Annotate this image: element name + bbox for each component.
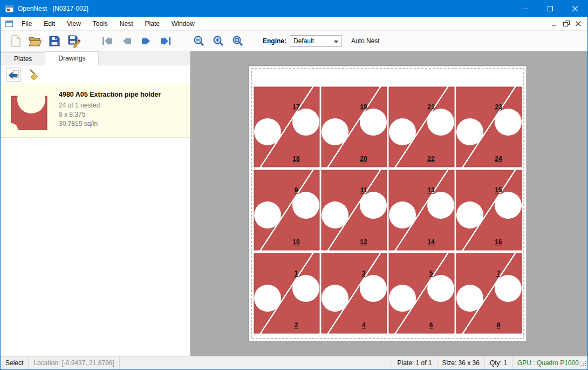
- resize-grip[interactable]: [580, 360, 586, 368]
- menu-edit[interactable]: Edit: [38, 17, 61, 30]
- status-plate: Plate: 1 of 1: [392, 356, 436, 369]
- zoom-out-icon[interactable]: [189, 32, 209, 50]
- main-area: Plates Drawings: [1, 51, 587, 356]
- pipe-hole-cutout: [322, 285, 348, 312]
- status-qty: Qty: 1: [484, 356, 512, 369]
- part-number-label[interactable]: 8: [497, 321, 501, 329]
- part-number-label[interactable]: 7: [497, 270, 501, 277]
- menu-file[interactable]: File: [16, 17, 38, 30]
- open-folder-icon[interactable]: [25, 32, 45, 50]
- close-icon[interactable]: [563, 1, 587, 17]
- part-number-label[interactable]: 1: [295, 270, 298, 277]
- part-number-label[interactable]: 14: [427, 238, 435, 246]
- part-number-label[interactable]: 20: [360, 155, 367, 163]
- first-plate-icon[interactable]: [98, 32, 117, 50]
- child-close-icon[interactable]: [572, 17, 584, 30]
- nest-svg: 171819202122232491011121314151612345678: [190, 51, 587, 356]
- drawing-meta: 4980 A05 Extraction pipe holder 24 of 1 …: [59, 89, 161, 132]
- tab-drawings[interactable]: Drawings: [45, 51, 99, 65]
- pipe-hole-cutout: [495, 109, 522, 136]
- part-number-label[interactable]: 9: [295, 186, 298, 194]
- part-number-label[interactable]: 15: [495, 186, 502, 194]
- import-drawing-icon[interactable]: [6, 68, 21, 82]
- maximize-icon[interactable]: [538, 1, 563, 17]
- pipe-hole-cutout: [389, 118, 416, 145]
- part-number-label[interactable]: 19: [360, 103, 367, 111]
- part-number-label[interactable]: 11: [360, 186, 367, 194]
- drawing-title: 4980 A05 Extraction pipe holder: [59, 91, 161, 98]
- minimize-icon[interactable]: [513, 1, 538, 17]
- drawing-size: 8 x 8.375: [59, 110, 161, 119]
- pipe-hole-cutout: [292, 109, 319, 136]
- save-edit-icon[interactable]: [64, 32, 84, 50]
- part-number-label[interactable]: 5: [429, 270, 433, 277]
- drawing-list-item[interactable]: 4980 A05 Extraction pipe holder 24 of 1 …: [1, 84, 190, 138]
- drawings-toolbar: [1, 65, 190, 84]
- menu-view[interactable]: View: [61, 17, 87, 30]
- zoom-in-icon[interactable]: [209, 32, 228, 50]
- pipe-hole-cutout: [427, 192, 454, 219]
- part-number-label[interactable]: 10: [292, 238, 300, 246]
- part-thumbnail: [6, 89, 51, 132]
- status-location: Location: [-0.9437, 21.8796]: [29, 356, 119, 369]
- pipe-hole-cutout: [456, 201, 483, 228]
- part-number-label[interactable]: 21: [427, 103, 435, 111]
- save-icon[interactable]: [45, 32, 64, 50]
- pipe-hole-cutout: [254, 118, 281, 145]
- zoom-fit-icon[interactable]: [228, 32, 248, 50]
- engine-label: Engine:: [263, 37, 286, 45]
- status-gpu: GPU : Quadro P1000: [512, 356, 587, 369]
- new-file-icon[interactable]: [6, 32, 25, 50]
- engine-dropdown-value: Default: [293, 37, 314, 45]
- pipe-hole-cutout: [254, 201, 281, 228]
- pipe-hole-cutout: [495, 275, 522, 302]
- document-window-icon[interactable]: [1, 17, 16, 30]
- engine-dropdown[interactable]: Default: [290, 35, 341, 47]
- part-number-label[interactable]: 4: [362, 321, 366, 329]
- part-number-label[interactable]: 6: [429, 321, 433, 329]
- status-mode: Select: [1, 356, 29, 369]
- next-plate-icon[interactable]: [136, 32, 156, 50]
- menu-window[interactable]: Window: [166, 17, 201, 30]
- part-number-label[interactable]: 24: [495, 155, 502, 163]
- tab-plates[interactable]: Plates: [1, 52, 45, 65]
- part-number-label[interactable]: 12: [360, 238, 367, 246]
- part-number-label[interactable]: 2: [295, 321, 298, 329]
- child-minimize-icon[interactable]: [549, 17, 560, 30]
- previous-plate-icon[interactable]: [117, 32, 136, 50]
- drawing-area: 30.7815 sq/in: [59, 119, 161, 129]
- menu-bar: File Edit View Tools Nest Plate Window: [1, 17, 587, 31]
- status-bar: Select Location: [-0.9437, 21.8796] Plat…: [1, 356, 587, 369]
- status-size: Size: 36 x 36: [437, 356, 484, 369]
- menu-tools[interactable]: Tools: [87, 17, 114, 30]
- part-number-label[interactable]: 17: [292, 103, 300, 111]
- menu-nest[interactable]: Nest: [114, 17, 139, 30]
- part-number-label[interactable]: 3: [362, 270, 366, 277]
- nest-canvas[interactable]: 171819202122232491011121314151612345678: [190, 51, 587, 356]
- part-number-label[interactable]: 16: [495, 238, 502, 246]
- pipe-hole-cutout: [360, 109, 387, 136]
- menu-plate[interactable]: Plate: [139, 17, 166, 30]
- pipe-hole-cutout: [292, 275, 319, 302]
- pipe-hole-cutout: [456, 118, 483, 145]
- pipe-hole-cutout: [322, 118, 348, 145]
- last-plate-icon[interactable]: [156, 32, 175, 50]
- child-restore-icon[interactable]: [560, 17, 572, 30]
- pipe-hole-cutout: [360, 192, 387, 219]
- part-number-label[interactable]: 18: [292, 155, 300, 163]
- sidebar-tabs: Plates Drawings: [1, 51, 190, 65]
- auto-nest-button[interactable]: Auto Nest: [351, 37, 380, 45]
- part-number-label[interactable]: 23: [495, 103, 502, 111]
- chevron-down-icon: [334, 41, 338, 43]
- pipe-hole-cutout: [427, 275, 454, 302]
- pipe-hole-cutout: [495, 192, 522, 219]
- drawing-nested-count: 24 of 1 nested: [59, 101, 161, 110]
- main-toolbar: Engine: Default Auto Nest: [1, 31, 587, 51]
- pipe-hole-cutout: [427, 109, 454, 136]
- clean-broom-icon[interactable]: [26, 68, 42, 82]
- pipe-hole-cutout: [254, 285, 281, 312]
- part-number-label[interactable]: 13: [427, 186, 435, 194]
- part-number-label[interactable]: 22: [427, 155, 435, 163]
- pipe-hole-cutout: [360, 275, 387, 302]
- title-bar: OpenNest - [N0317-002]: [1, 1, 587, 17]
